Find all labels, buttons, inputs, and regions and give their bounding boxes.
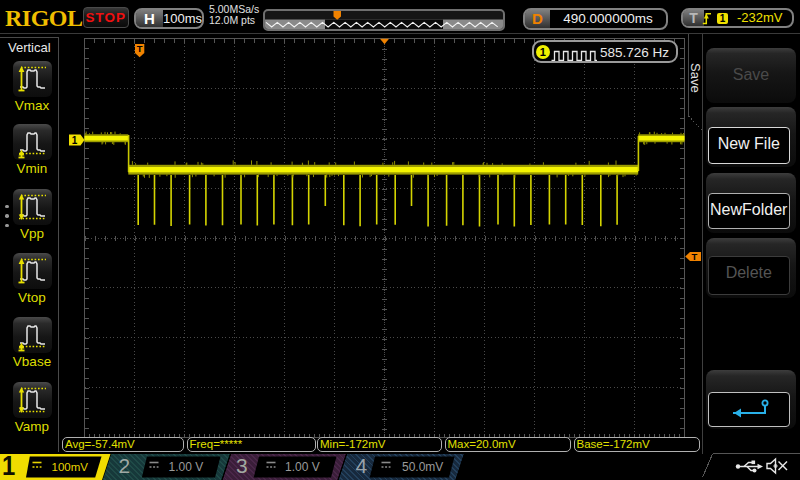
svg-text:T: T	[137, 43, 143, 54]
svg-text:T: T	[692, 251, 698, 262]
svg-text:1: 1	[72, 135, 78, 146]
